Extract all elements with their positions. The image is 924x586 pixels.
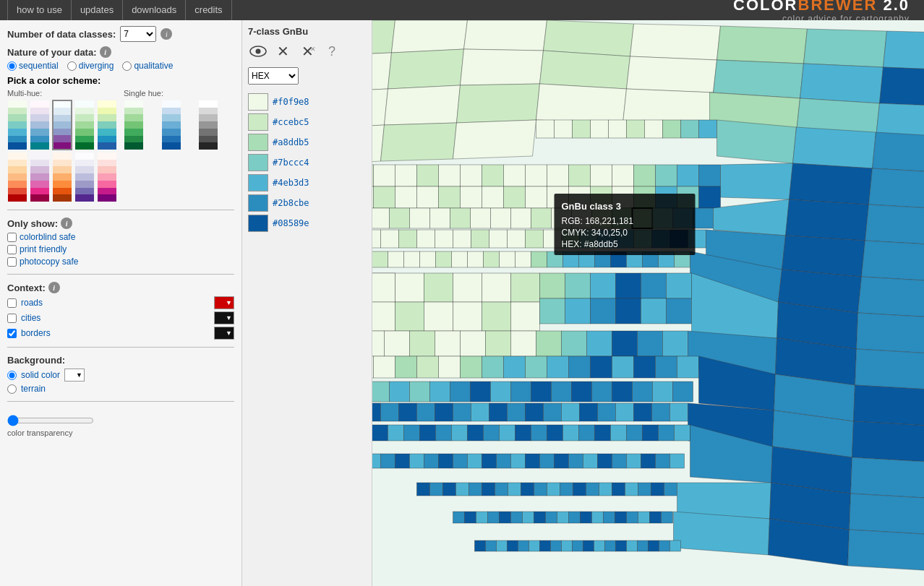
- nature-info-icon[interactable]: i: [100, 46, 111, 58]
- bg-solid-row: solid color ▼: [7, 369, 234, 382]
- svg-rect-322: [439, 454, 453, 468]
- check-colorblind-safe[interactable]: colorblind safe: [7, 232, 234, 242]
- color-box-4[interactable]: [248, 174, 268, 191]
- svg-rect-390: [518, 540, 529, 551]
- context-info-icon[interactable]: i: [48, 282, 60, 293]
- borders-color-picker[interactable]: ▼: [214, 327, 234, 340]
- single-hue-swatch-0[interactable]: [124, 100, 144, 150]
- color-value-1: #ccebc5: [273, 117, 309, 127]
- color-box-5[interactable]: [248, 194, 268, 212]
- context-cities-row: cities ▼: [7, 311, 234, 324]
- svg-rect-305: [627, 425, 643, 441]
- only-show-label: Only show: i: [7, 217, 234, 229]
- color-box-6[interactable]: [248, 215, 268, 232]
- svg-rect-277: [616, 403, 634, 421]
- svg-rect-37: [609, 120, 627, 138]
- context-borders-label[interactable]: borders: [21, 328, 210, 338]
- color-box-2[interactable]: [248, 134, 268, 151]
- multi-hue-swatch-2[interactable]: [52, 100, 72, 150]
- multi-hue-swatch-8[interactable]: [74, 152, 95, 202]
- multi-hue-swatch-5[interactable]: [7, 152, 27, 202]
- bg-solid-radio[interactable]: [7, 371, 17, 380]
- color-box-1[interactable]: [248, 113, 268, 131]
- check-print-friendly[interactable]: print friendly: [7, 244, 234, 254]
- svg-marker-198: [857, 313, 925, 354]
- svg-rect-321: [424, 454, 439, 468]
- svg-rect-363: [453, 512, 465, 523]
- context-roads-checkbox[interactable]: [7, 298, 17, 308]
- cities-color-picker[interactable]: ▼: [214, 311, 234, 324]
- svg-text:RGB: 168,221,181: RGB: 168,221,181: [562, 216, 634, 226]
- svg-rect-100: [531, 208, 552, 228]
- nature-sequential[interactable]: sequential: [7, 61, 59, 71]
- roads-color-picker[interactable]: ▼: [214, 296, 234, 309]
- multi-hue-swatch-0[interactable]: [7, 100, 27, 150]
- svg-rect-307: [659, 425, 675, 441]
- svg-rect-175: [424, 273, 453, 302]
- multi-hue-swatch-9[interactable]: [97, 152, 117, 202]
- multi-hue-swatch-7[interactable]: [52, 152, 72, 202]
- svg-marker-32: [453, 120, 536, 159]
- svg-rect-221: [372, 356, 374, 378]
- eye-icon[interactable]: [248, 41, 268, 61]
- svg-rect-367: [500, 512, 511, 523]
- scheme-columns: Multi-hue: Single hue:: [7, 89, 234, 202]
- svg-rect-118: [399, 230, 417, 248]
- svg-rect-205: [435, 331, 461, 356]
- copy-icon[interactable]: ✕: [273, 41, 293, 61]
- svg-rect-268: [453, 403, 471, 421]
- format-row: HEX RGB CMYK: [248, 67, 366, 85]
- context-borders-checkbox[interactable]: [7, 329, 17, 338]
- nav-downloads[interactable]: downloads: [123, 0, 186, 20]
- multi-hue-swatch-3[interactable]: [74, 100, 95, 150]
- nature-diverging[interactable]: diverging: [67, 61, 114, 71]
- data-classes-info-icon[interactable]: i: [161, 28, 172, 40]
- svg-rect-265: [399, 403, 417, 421]
- single-hue-swatch-1[interactable]: [161, 100, 181, 150]
- svg-rect-98: [491, 208, 511, 228]
- only-show-info-icon[interactable]: i: [61, 217, 72, 229]
- nav-how-to-use[interactable]: how to use: [7, 0, 72, 20]
- context-roads-label[interactable]: roads: [21, 298, 210, 308]
- svg-rect-54: [461, 165, 482, 186]
- multi-hue-swatch-1[interactable]: [30, 100, 50, 150]
- bg-terrain-radio[interactable]: [7, 384, 17, 394]
- nature-radio-group: sequential diverging qualitative: [7, 61, 234, 71]
- check-photocopy-safe[interactable]: photocopy safe: [7, 257, 234, 267]
- transparency-slider[interactable]: [7, 415, 94, 426]
- svg-rect-188: [641, 273, 667, 298]
- svg-rect-123: [489, 230, 508, 248]
- single-hue-swatch-2[interactable]: [198, 100, 218, 150]
- bg-color-picker[interactable]: ▼: [64, 369, 85, 382]
- svg-rect-150: [484, 251, 500, 267]
- svg-rect-122: [471, 230, 489, 248]
- color-box-0[interactable]: [248, 93, 268, 111]
- multi-hue-swatch-6[interactable]: [30, 152, 50, 202]
- bg-solid-label[interactable]: solid color: [21, 370, 60, 380]
- color-box-3[interactable]: [248, 154, 268, 171]
- svg-rect-267: [435, 403, 453, 421]
- data-classes-select[interactable]: 3456789101112: [120, 26, 156, 42]
- nav-updates[interactable]: updates: [72, 0, 123, 20]
- delete-icon[interactable]: ✕✕: [297, 41, 317, 61]
- multi-hue-swatch-4[interactable]: [97, 100, 117, 150]
- svg-rect-304: [611, 425, 627, 441]
- svg-rect-57: [526, 165, 547, 186]
- format-select[interactable]: HEX RGB CMYK: [248, 67, 299, 85]
- top-navigation: how to use updates downloads credits COL…: [0, 0, 924, 20]
- color-value-4: #4eb3d3: [273, 178, 309, 188]
- nav-credits[interactable]: credits: [186, 0, 231, 20]
- svg-marker-13: [388, 49, 464, 89]
- color-row-4: #4eb3d3: [248, 173, 366, 193]
- context-cities-label[interactable]: cities: [21, 313, 210, 323]
- bg-terrain-label[interactable]: terrain: [21, 384, 46, 394]
- svg-rect-62: [634, 165, 656, 186]
- help-icon[interactable]: ?: [322, 41, 342, 61]
- svg-rect-58: [547, 165, 569, 186]
- context-cities-checkbox[interactable]: [7, 314, 17, 323]
- svg-rect-41: [681, 120, 699, 138]
- nature-qualitative[interactable]: qualitative: [122, 61, 173, 71]
- svg-rect-272: [526, 403, 544, 421]
- svg-marker-111: [865, 204, 925, 246]
- svg-rect-347: [521, 483, 534, 496]
